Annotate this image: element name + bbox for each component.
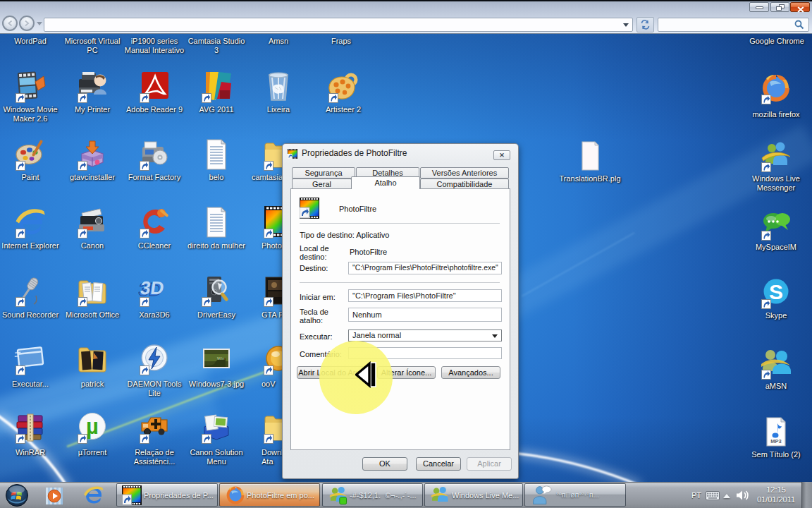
svg-text:Win: Win xyxy=(217,356,224,361)
svg-text:MP3: MP3 xyxy=(770,438,781,445)
svg-text:3D: 3D xyxy=(139,277,165,298)
svg-text:µ: µ xyxy=(86,414,99,439)
